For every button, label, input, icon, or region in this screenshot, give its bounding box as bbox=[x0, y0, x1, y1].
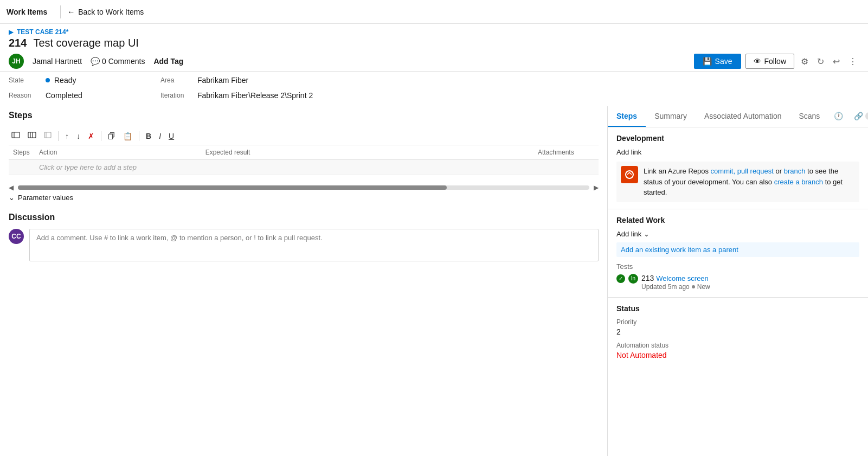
main-layout: Steps ↑ ↓ ✗ 🗍 📋 B bbox=[0, 106, 868, 456]
area-value[interactable]: Fabrikam Fiber bbox=[197, 76, 248, 85]
bold-btn[interactable]: B bbox=[143, 130, 154, 142]
paste-btn[interactable]: 📋 bbox=[120, 130, 135, 142]
automation-status-value[interactable]: Not Automated bbox=[616, 351, 859, 359]
commenter-initials: CC bbox=[11, 233, 21, 240]
tab-links[interactable]: 🔗 1 bbox=[848, 107, 868, 126]
title-row: 214 Test coverage map UI bbox=[0, 36, 868, 52]
steps-table: Steps Action Expected result Attachments… bbox=[9, 145, 599, 175]
steps-section: Steps ↑ ↓ ✗ 🗍 📋 B bbox=[9, 106, 599, 202]
svg-rect-0 bbox=[12, 132, 20, 138]
tab-steps[interactable]: Steps bbox=[608, 106, 646, 127]
fields-second-row: Reason Completed Iteration Fabrikam Fibe… bbox=[0, 91, 868, 106]
back-to-workitems-link[interactable]: ← Back to Work Items bbox=[67, 8, 144, 16]
comment-input[interactable] bbox=[29, 229, 599, 261]
add-shared-step-btn[interactable] bbox=[25, 129, 39, 143]
test-case-label: TEST CASE 214* bbox=[17, 28, 68, 36]
tab-scans[interactable]: Scans bbox=[790, 106, 828, 127]
state-indicator bbox=[46, 78, 50, 82]
delete-step-btn[interactable]: ✗ bbox=[85, 130, 97, 142]
follow-button[interactable]: 👁 Follow bbox=[745, 54, 794, 69]
eye-icon: 👁 bbox=[754, 57, 761, 66]
link-icon: 🔗 bbox=[854, 112, 863, 120]
related-work-section: Related Work Add link ⌄ Add an existing … bbox=[608, 209, 868, 298]
chevron-down-icon: ⌄ bbox=[9, 194, 15, 202]
fields-row: State Ready Area Fabrikam Fiber bbox=[0, 72, 868, 91]
iteration-value[interactable]: Fabrikam Fiber\Release 2\Sprint 2 bbox=[197, 91, 313, 100]
tab-history[interactable]: 🕐 bbox=[828, 107, 848, 126]
action-buttons: 💾 Save 👁 Follow ⚙ ↻ ↩ ⋮ bbox=[694, 54, 859, 69]
test-status-dot bbox=[692, 285, 695, 288]
svg-rect-5 bbox=[44, 132, 51, 138]
development-section: Development Add link Link an Azure Repos… bbox=[608, 127, 868, 209]
move-up-btn[interactable]: ↑ bbox=[62, 130, 72, 142]
workitems-nav[interactable]: Work Items bbox=[7, 8, 54, 16]
tests-label: Tests bbox=[616, 262, 859, 271]
scroll-right-icon[interactable]: ▶ bbox=[594, 184, 599, 191]
save-button[interactable]: 💾 Save bbox=[694, 54, 741, 69]
related-add-link-button[interactable]: Add link ⌄ bbox=[616, 230, 859, 238]
scroll-left-icon[interactable]: ◀ bbox=[9, 184, 14, 191]
more-button[interactable]: ⋮ bbox=[846, 54, 859, 69]
dev-add-link-button[interactable]: Add link bbox=[616, 148, 859, 156]
header: Work Items ← Back to Work Items bbox=[0, 0, 868, 24]
italic-btn[interactable]: I bbox=[156, 130, 164, 142]
add-step-cell[interactable]: Click or type here to add a step bbox=[35, 160, 599, 175]
scroll-thumb bbox=[18, 185, 447, 190]
insert-step-btn[interactable] bbox=[41, 130, 54, 142]
parameter-values-label: Parameter values bbox=[18, 194, 73, 202]
test-item-meta: Updated 5m ago New bbox=[641, 283, 710, 291]
test-check-icon: ✓ bbox=[616, 274, 625, 283]
dev-link-text-1: Link an Azure Repos bbox=[644, 167, 711, 175]
scroll-track[interactable] bbox=[18, 185, 589, 190]
iteration-field: Iteration Fabrikam Fiber\Release 2\Sprin… bbox=[160, 91, 313, 100]
settings-button[interactable]: ⚙ bbox=[799, 54, 811, 69]
right-panel: Steps Summary Associated Automation Scan… bbox=[608, 106, 868, 456]
test-item: ✓ In 213 Welcome screen Updated 5m ago N… bbox=[616, 274, 859, 291]
dev-link-description: Link an Azure Repos commit, pull request… bbox=[644, 166, 855, 198]
tab-associated-automation[interactable]: Associated Automation bbox=[696, 106, 790, 127]
copy-btn[interactable]: 🗍 bbox=[105, 130, 118, 142]
right-panel-tabs: Steps Summary Associated Automation Scan… bbox=[608, 106, 868, 127]
move-down-btn[interactable]: ↓ bbox=[74, 130, 83, 142]
refresh-button[interactable]: ↻ bbox=[815, 54, 826, 69]
add-parent-link[interactable]: Add an existing work item as a parent bbox=[616, 242, 859, 257]
undo-button[interactable]: ↩ bbox=[831, 54, 842, 69]
dev-link-text-2: or bbox=[774, 167, 784, 175]
item-title[interactable]: Test coverage map UI bbox=[33, 37, 139, 49]
iteration-label: Iteration bbox=[160, 92, 193, 99]
test-item-avatar: In bbox=[628, 274, 638, 284]
horizontal-scrollbar[interactable]: ◀ ▶ bbox=[9, 184, 599, 191]
add-step-row[interactable]: Click or type here to add a step bbox=[9, 160, 599, 175]
priority-value[interactable]: 2 bbox=[616, 327, 859, 336]
back-label: Back to Work Items bbox=[78, 8, 144, 16]
state-field: State Ready bbox=[9, 76, 160, 85]
author-name: Jamal Hartnett bbox=[33, 57, 82, 66]
pull-request-link[interactable]: pull request bbox=[737, 167, 774, 175]
add-step-icon-btn[interactable] bbox=[9, 129, 23, 143]
col-attachments: Attachments bbox=[533, 145, 599, 160]
author-initials: JH bbox=[12, 57, 20, 65]
reason-field: Reason Completed bbox=[9, 91, 160, 100]
comment-icon: 💬 bbox=[91, 57, 100, 66]
parameter-values-toggle[interactable]: ⌄ Parameter values bbox=[9, 194, 599, 202]
steps-toolbar: ↑ ↓ ✗ 🗍 📋 B I U bbox=[9, 127, 599, 145]
commit-link[interactable]: commit, bbox=[711, 167, 736, 175]
comments-link[interactable]: 💬 0 Comments bbox=[91, 57, 145, 66]
dev-link-card: Link an Azure Repos commit, pull request… bbox=[616, 162, 859, 202]
branch-link[interactable]: branch bbox=[784, 167, 806, 175]
reason-value[interactable]: Completed bbox=[46, 91, 82, 100]
create-branch-link[interactable]: create a branch bbox=[774, 178, 823, 186]
tab-summary[interactable]: Summary bbox=[646, 106, 696, 127]
state-value[interactable]: Ready bbox=[54, 76, 76, 85]
left-panel: Steps ↑ ↓ ✗ 🗍 📋 B bbox=[0, 106, 608, 456]
underline-btn[interactable]: U bbox=[166, 130, 177, 142]
test-title[interactable]: Welcome screen bbox=[656, 274, 709, 282]
area-label: Area bbox=[160, 76, 193, 84]
col-steps: Steps bbox=[9, 145, 35, 160]
development-title: Development bbox=[616, 134, 859, 143]
add-tag-button[interactable]: Add Tag bbox=[153, 57, 183, 66]
automation-status-label: Automation status bbox=[616, 342, 859, 349]
commenter-avatar: CC bbox=[9, 229, 24, 244]
comments-count: 0 Comments bbox=[102, 57, 145, 66]
toolbar-sep-2 bbox=[101, 131, 101, 141]
